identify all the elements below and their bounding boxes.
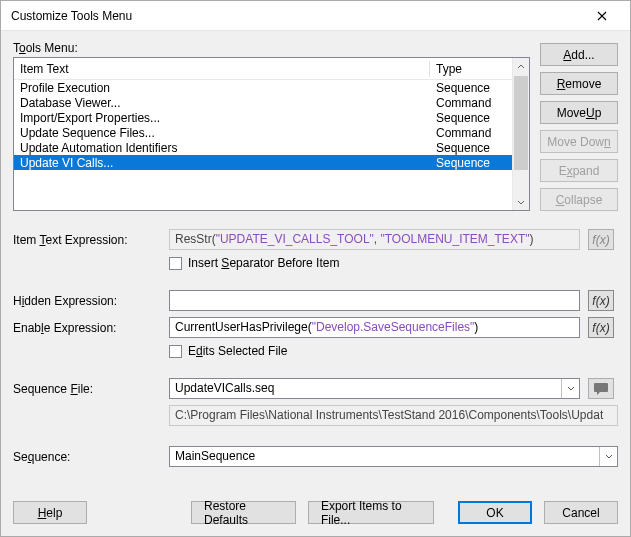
cell-item-text: Update Automation Identifiers xyxy=(14,141,430,155)
enable-fx-button[interactable]: f(x) xyxy=(588,317,614,338)
item-text-expr-label: Item Text Expression: xyxy=(13,233,161,247)
scroll-down-icon[interactable] xyxy=(513,193,529,210)
hidden-expr-label: Hidden Expression: xyxy=(13,294,161,308)
scroll-up-icon[interactable] xyxy=(513,58,529,75)
tools-list[interactable]: Item Text Type Profile ExecutionSequence… xyxy=(13,57,530,211)
close-icon xyxy=(597,11,607,21)
cell-type: Sequence xyxy=(430,111,512,125)
close-button[interactable] xyxy=(582,2,622,30)
cell-item-text: Database Viewer... xyxy=(14,96,430,110)
add-button[interactable]: Add... xyxy=(540,43,618,66)
cell-type: Command xyxy=(430,126,512,140)
cell-item-text: Update VI Calls... xyxy=(14,156,430,170)
sequence-file-path: C:\Program Files\National Instruments\Te… xyxy=(169,405,618,426)
speech-bubble-icon xyxy=(593,382,609,396)
cell-item-text: Profile Execution xyxy=(14,81,430,95)
table-row[interactable]: Update Sequence Files...Command xyxy=(14,125,512,140)
hidden-expr-input[interactable] xyxy=(169,290,580,311)
scrollbar-vertical[interactable] xyxy=(512,58,529,210)
insert-separator-checkbox[interactable] xyxy=(169,257,182,270)
item-text-expr-input[interactable]: ResStr("UPDATE_VI_CALLS_TOOL", "TOOLMENU… xyxy=(169,229,580,250)
cell-item-text: Update Sequence Files... xyxy=(14,126,430,140)
hidden-fx-button[interactable]: f(x) xyxy=(588,290,614,311)
sequence-file-combo[interactable]: UpdateVICalls.seq xyxy=(169,378,580,399)
export-items-button[interactable]: Export Items to File... xyxy=(308,501,434,524)
sequence-file-label: Sequence File: xyxy=(13,382,161,396)
table-row[interactable]: Profile ExecutionSequence xyxy=(14,80,512,95)
enable-expr-label: Enable Expression: xyxy=(13,321,161,335)
move-down-button: Move Down xyxy=(540,130,618,153)
cancel-button[interactable]: Cancel xyxy=(544,501,618,524)
move-up-button[interactable]: Move Up xyxy=(540,101,618,124)
help-button[interactable]: Help xyxy=(13,501,87,524)
browse-button[interactable] xyxy=(588,378,614,399)
cell-type: Command xyxy=(430,96,512,110)
expand-button: Expand xyxy=(540,159,618,182)
cell-type: Sequence xyxy=(430,81,512,95)
col-item-text[interactable]: Item Text xyxy=(14,62,429,76)
table-row[interactable]: Update VI Calls...Sequence xyxy=(14,155,512,170)
ok-button[interactable]: OK xyxy=(458,501,532,524)
table-row[interactable]: Import/Export Properties...Sequence xyxy=(14,110,512,125)
edits-selected-checkbox[interactable] xyxy=(169,345,182,358)
remove-button[interactable]: Remove xyxy=(540,72,618,95)
chevron-down-icon[interactable] xyxy=(599,447,617,466)
collapse-button: Collapse xyxy=(540,188,618,211)
tools-menu-label: Tools Menu: xyxy=(13,41,530,55)
cell-type: Sequence xyxy=(430,156,512,170)
scrollbar-thumb[interactable] xyxy=(514,76,528,170)
item-text-fx-button[interactable]: f(x) xyxy=(588,229,614,250)
cell-item-text: Import/Export Properties... xyxy=(14,111,430,125)
list-header[interactable]: Item Text Type xyxy=(14,58,512,80)
sequence-label: Sequence: xyxy=(13,450,161,464)
table-row[interactable]: Database Viewer...Command xyxy=(14,95,512,110)
window-title: Customize Tools Menu xyxy=(11,9,582,23)
table-row[interactable]: Update Automation IdentifiersSequence xyxy=(14,140,512,155)
edits-selected-label: Edits Selected File xyxy=(188,344,287,358)
col-type[interactable]: Type xyxy=(430,62,512,76)
restore-defaults-button[interactable]: Restore Defaults xyxy=(191,501,296,524)
chevron-down-icon[interactable] xyxy=(561,379,579,398)
sequence-combo[interactable]: MainSequence xyxy=(169,446,618,467)
cell-type: Sequence xyxy=(430,141,512,155)
enable-expr-input[interactable]: CurrentUserHasPrivilege("Develop.SaveSeq… xyxy=(169,317,580,338)
insert-separator-label: Insert Separator Before Item xyxy=(188,256,339,270)
